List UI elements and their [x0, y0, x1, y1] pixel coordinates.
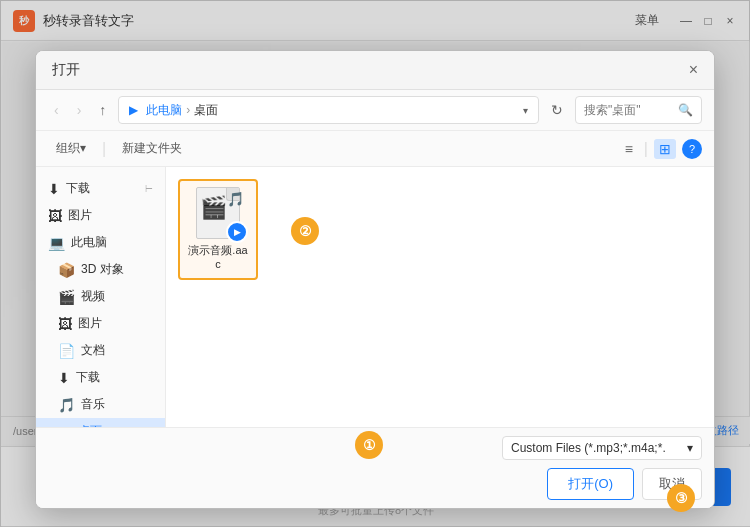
sidebar-item-computer[interactable]: 💻 此电脑: [36, 229, 165, 256]
toolbar-left: 组织▾ | 新建文件夹: [48, 137, 190, 160]
sidebar-item-download1[interactable]: ⬇ 下载 ⊢: [36, 175, 165, 202]
step-3-indicator: ③: [667, 484, 695, 512]
video-icon: 🎬: [58, 289, 75, 305]
search-input[interactable]: [584, 103, 674, 117]
file-type-select[interactable]: Custom Files (*.mp3;*.m4a;*. ▾: [502, 436, 702, 460]
nav-back-button[interactable]: ‹: [48, 100, 65, 120]
pictures-icon: 🖼: [48, 208, 62, 224]
dialog-close-button[interactable]: ×: [689, 62, 698, 78]
expand-icon: ⊢: [145, 184, 153, 194]
download2-icon: ⬇: [58, 370, 70, 386]
help-button[interactable]: ?: [682, 139, 702, 159]
dialog-files: 🎬 🎵 ▶ 演示音频.aac: [166, 167, 714, 427]
toolbar-sep2: |: [644, 140, 648, 158]
desktop-icon: 🖥: [58, 424, 72, 428]
view-grid-button[interactable]: ⊞: [654, 139, 676, 159]
nav-refresh-button[interactable]: ↻: [545, 100, 569, 120]
breadcrumb-dropdown[interactable]: ▾: [523, 105, 528, 116]
music-icon: 🎵: [58, 397, 75, 413]
search-icon[interactable]: 🔍: [678, 103, 693, 117]
file-icon: 🎬 🎵 ▶: [192, 187, 244, 239]
file-type-label: Custom Files (*.mp3;*.m4a;*.: [511, 441, 666, 455]
dialog-action-row: 打开(O) 取消: [48, 468, 702, 500]
pic2-icon: 🖼: [58, 316, 72, 332]
note-icon: 🎵: [227, 191, 244, 207]
sidebar-item-pic2[interactable]: 🖼 图片: [36, 310, 165, 337]
toolbar-right: ≡ | ⊞ ?: [620, 139, 702, 159]
sidebar-item-video[interactable]: 🎬 视频: [36, 283, 165, 310]
breadcrumb-current: 桌面: [194, 102, 218, 119]
dialog-titlebar: 打开 ×: [36, 51, 714, 90]
dialog-nav: ‹ › ↑ ▶ 此电脑 › 桌面 ▾ ↻ 🔍: [36, 90, 714, 131]
film-icon: 🎬: [200, 195, 227, 220]
file-item-aac[interactable]: 🎬 🎵 ▶ 演示音频.aac: [178, 179, 258, 280]
toolbar-separator: |: [102, 140, 106, 158]
sidebar-item-3d[interactable]: 📦 3D 对象: [36, 256, 165, 283]
open-button[interactable]: 打开(O): [547, 468, 634, 500]
breadcrumb-computer[interactable]: ▶: [129, 103, 138, 117]
docs-icon: 📄: [58, 343, 75, 359]
badge-icon: ▶: [234, 227, 241, 237]
sidebar-item-pictures[interactable]: 🖼 图片: [36, 202, 165, 229]
file-badge: ▶: [226, 221, 248, 243]
step-2-indicator: ②: [291, 217, 319, 245]
dialog-title: 打开: [52, 61, 80, 79]
breadcrumb-sep2: ›: [186, 103, 190, 117]
sidebar-item-download2[interactable]: ⬇ 下载: [36, 364, 165, 391]
sidebar-item-music[interactable]: 🎵 音乐: [36, 391, 165, 418]
view-list-button[interactable]: ≡: [620, 139, 638, 159]
nav-up-button[interactable]: ↑: [93, 100, 112, 120]
download-icon: ⬇: [48, 181, 60, 197]
step-1-indicator: ①: [355, 431, 383, 459]
nav-forward-button[interactable]: ›: [71, 100, 88, 120]
sidebar-item-desktop[interactable]: 🖥 桌面: [36, 418, 165, 427]
file-type-arrow: ▾: [687, 441, 693, 455]
3d-icon: 📦: [58, 262, 75, 278]
dialog-sidebar: ⬇ 下载 ⊢ 🖼 图片 💻 此电脑 📦 3D 对象 🎬: [36, 167, 166, 427]
search-box: 🔍: [575, 96, 702, 124]
dialog-toolbar: 组织▾ | 新建文件夹 ≡ | ⊞ ?: [36, 131, 714, 167]
dialog-body: ⬇ 下载 ⊢ 🖼 图片 💻 此电脑 📦 3D 对象 🎬: [36, 167, 714, 427]
file-name: 演示音频.aac: [186, 243, 250, 272]
breadcrumb-bar: ▶ 此电脑 › 桌面 ▾: [118, 96, 539, 124]
breadcrumb-root[interactable]: 此电脑: [146, 102, 182, 119]
new-folder-button[interactable]: 新建文件夹: [114, 137, 190, 160]
computer-icon: 💻: [48, 235, 65, 251]
organize-button[interactable]: 组织▾: [48, 137, 94, 160]
dialog-overlay: 打开 × ‹ › ↑ ▶ 此电脑 › 桌面 ▾ ↻ 🔍: [0, 0, 750, 527]
sidebar-item-docs[interactable]: 📄 文档: [36, 337, 165, 364]
